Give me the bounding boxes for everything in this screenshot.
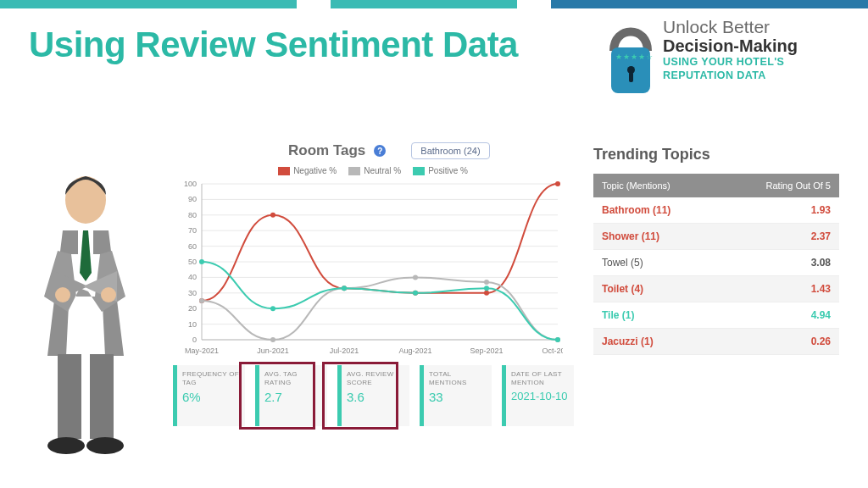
svg-point-47 (413, 274, 418, 280)
table-row[interactable]: Jacuzzi (1)0.26 (593, 329, 839, 355)
col-topic: Topic (Mentions) (593, 174, 720, 197)
svg-text:60: 60 (188, 242, 197, 251)
svg-text:May-2021: May-2021 (185, 347, 219, 355)
topic-cell: Towel (5) (593, 250, 720, 276)
rating-cell: 1.93 (720, 197, 839, 224)
svg-point-4 (47, 437, 85, 454)
svg-text:Sep-2021: Sep-2021 (470, 347, 503, 355)
lock-icon: ★★★★☆ (607, 17, 654, 93)
svg-point-39 (270, 213, 275, 218)
svg-point-44 (199, 298, 204, 303)
col-rating: Rating Out Of 5 (720, 174, 839, 197)
table-row[interactable]: Toilet (4)1.43 (593, 276, 839, 302)
svg-rect-3 (90, 354, 114, 439)
svg-point-53 (413, 291, 418, 296)
table-row[interactable]: Towel (5)3.08 (593, 250, 839, 276)
legend-negative: Negative % (293, 166, 337, 175)
keyhole-icon (627, 66, 635, 74)
svg-text:50: 50 (188, 258, 197, 266)
stat-cards: FREQUENCY OF TAG 6% AVG. TAG RATING 2.7 … (173, 365, 576, 426)
stat-total-mentions: TOTAL MENTIONS 33 (420, 365, 492, 426)
stat-frequency: FREQUENCY OF TAG 6% (173, 365, 245, 426)
svg-point-43 (555, 181, 560, 186)
legend-neutral: Neutral % (364, 166, 401, 175)
svg-point-51 (270, 306, 275, 311)
svg-point-48 (484, 280, 489, 285)
logo-line2: Decision-Making (663, 36, 798, 55)
trending-title: Trending Topics (593, 146, 839, 164)
businessman-illustration (29, 169, 142, 458)
section-title: Room Tags (288, 142, 365, 159)
trending-table: Topic (Mentions) Rating Out Of 5 Bathroo… (593, 174, 839, 355)
svg-text:90: 90 (188, 195, 197, 203)
stat-review-score: AVG. REVIEW SCORE 3.6 (337, 365, 409, 426)
table-row[interactable]: Shower (11)2.37 (593, 224, 839, 250)
rating-cell: 2.37 (720, 224, 839, 250)
dashboard-panel: Room Tags ? Bathroom (24) Negative % Neu… (170, 142, 576, 426)
topic-cell: Jacuzzi (1) (593, 329, 720, 355)
svg-text:Aug-2021: Aug-2021 (398, 347, 431, 355)
svg-text:40: 40 (188, 273, 197, 281)
top-accent-bar (0, 0, 868, 8)
topic-cell: Tile (1) (593, 302, 720, 329)
topic-cell: Shower (11) (593, 224, 720, 250)
logo-sub1: USING YOUR HOTEL'S (663, 57, 798, 69)
rating-cell: 0.26 (720, 329, 839, 355)
svg-text:100: 100 (184, 180, 197, 188)
chart-legend: Negative % Neutral % Positive % (170, 166, 576, 175)
tag-chip[interactable]: Bathroom (24) (411, 142, 489, 159)
svg-point-45 (270, 337, 275, 342)
svg-point-50 (199, 259, 204, 264)
svg-point-7 (101, 287, 116, 302)
table-row[interactable]: Tile (1)4.94 (593, 302, 839, 329)
topic-cell: Bathroom (11) (593, 197, 720, 224)
svg-text:0: 0 (192, 336, 197, 344)
svg-rect-2 (58, 354, 81, 439)
svg-text:80: 80 (188, 211, 197, 219)
rating-cell: 3.08 (720, 250, 839, 276)
help-icon[interactable]: ? (374, 145, 386, 157)
svg-text:Oct-2021: Oct-2021 (542, 347, 563, 355)
logo-sub2: REPUTATION DATA (663, 70, 798, 82)
svg-point-52 (342, 286, 347, 291)
rating-cell: 4.94 (720, 302, 839, 329)
svg-point-42 (484, 291, 489, 296)
stat-last-mention: DATE OF LAST MENTION 2021-10-10 (502, 365, 574, 426)
svg-point-5 (86, 437, 124, 454)
brand-logo: ★★★★☆ Unlock Better Decision-Making USIN… (607, 17, 844, 93)
rating-cell: 1.43 (720, 276, 839, 302)
svg-text:30: 30 (188, 289, 197, 297)
table-row[interactable]: Bathroom (11)1.93 (593, 197, 839, 224)
sentiment-line-chart[interactable]: 0102030405060708090100May-2021Jun-2021Ju… (173, 179, 563, 357)
topic-cell: Toilet (4) (593, 276, 720, 302)
logo-line1: Unlock Better (663, 17, 798, 36)
stars-icon: ★★★★☆ (615, 53, 654, 61)
svg-point-55 (555, 337, 560, 342)
svg-point-54 (484, 286, 489, 291)
svg-text:20: 20 (188, 304, 197, 313)
legend-positive: Positive % (428, 166, 468, 175)
trending-topics-panel: Trending Topics Topic (Mentions) Rating … (593, 146, 839, 355)
svg-text:70: 70 (188, 226, 197, 235)
svg-text:Jul-2021: Jul-2021 (330, 347, 359, 355)
svg-point-6 (55, 287, 70, 302)
stat-tag-rating: AVG. TAG RATING 2.7 (255, 365, 327, 426)
svg-text:10: 10 (188, 320, 197, 329)
page-title: Using Review Sentiment Data (29, 25, 518, 64)
svg-text:Jun-2021: Jun-2021 (257, 347, 289, 355)
